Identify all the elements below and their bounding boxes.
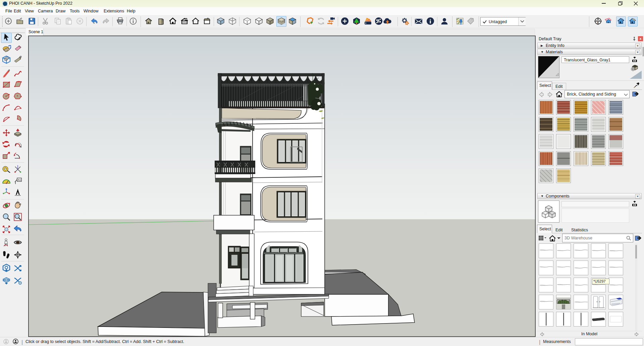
svg-text:A1: A1 (18, 178, 21, 181)
svg-text:SK: SK (617, 299, 619, 300)
svg-text:N: N (597, 22, 598, 24)
